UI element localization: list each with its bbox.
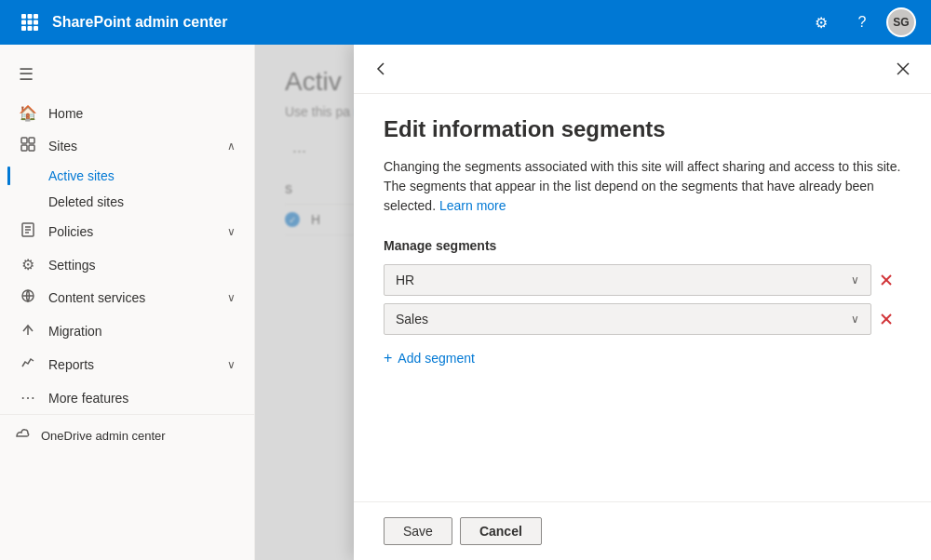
segment-row-hr: HR ∨ — [384, 264, 901, 296]
svg-rect-5 — [34, 20, 38, 25]
plus-icon: + — [384, 350, 392, 367]
grid-icon[interactable] — [15, 7, 45, 37]
learn-more-link[interactable]: Learn more — [439, 198, 506, 213]
segment-hr-remove-button[interactable] — [871, 269, 901, 291]
add-segment-button[interactable]: + Add segment — [384, 342, 475, 374]
panel-nav — [354, 45, 931, 94]
sidebar: ☰ 🏠 Home Sites ∧ Active sites Deleted si… — [0, 45, 255, 560]
sidebar-item-deleted-sites[interactable]: Deleted sites — [4, 189, 250, 215]
content-chevron: ∨ — [227, 291, 236, 304]
sidebar-reports-label: Reports — [48, 357, 227, 372]
sidebar-item-content-services[interactable]: Content services ∨ — [4, 281, 250, 314]
sidebar-item-policies[interactable]: Policies ∨ — [4, 215, 250, 248]
svg-rect-2 — [34, 14, 38, 19]
panel-footer: Save Cancel — [354, 501, 931, 560]
reports-icon — [19, 355, 37, 374]
svg-rect-12 — [29, 145, 34, 151]
settings-nav-icon: ⚙ — [19, 256, 37, 273]
main-layout: ☰ 🏠 Home Sites ∧ Active sites Deleted si… — [0, 45, 931, 560]
svg-rect-8 — [34, 26, 38, 31]
sidebar-policies-label: Policies — [48, 224, 227, 239]
sales-dropdown-chevron: ∨ — [851, 313, 859, 326]
content-area: Activ Use this pa more ... S H — [255, 45, 931, 560]
sidebar-toggle[interactable]: ☰ — [7, 56, 45, 93]
add-segment-label: Add segment — [398, 351, 475, 366]
panel-body: Edit information segments Changing the s… — [354, 94, 931, 501]
top-bar: SharePoint admin center ⚙ ? SG — [0, 0, 931, 45]
policies-chevron: ∨ — [227, 225, 236, 238]
sidebar-item-sites[interactable]: Sites ∧ — [4, 129, 250, 163]
manage-segments-title: Manage segments — [384, 238, 901, 253]
segment-sales-value: Sales — [396, 312, 428, 327]
sidebar-more-label: More features — [48, 391, 236, 406]
sidebar-item-settings[interactable]: ⚙ Settings — [4, 248, 250, 281]
sidebar-home-label: Home — [48, 106, 236, 121]
sites-chevron: ∧ — [227, 140, 236, 153]
segment-row-sales: Sales ∨ — [384, 303, 901, 335]
sidebar-item-home[interactable]: 🏠 Home — [4, 97, 250, 129]
hr-dropdown-chevron: ∨ — [851, 273, 859, 287]
sidebar-item-reports[interactable]: Reports ∨ — [4, 348, 250, 381]
top-bar-actions: ⚙ ? SG — [804, 6, 916, 39]
active-sites-label: Active sites — [48, 168, 115, 183]
panel-description: Changing the segments associated with th… — [384, 157, 901, 216]
sites-icon — [19, 137, 37, 155]
svg-rect-6 — [21, 26, 26, 31]
segment-dropdown-hr[interactable]: HR ∨ — [384, 264, 871, 296]
user-avatar[interactable]: SG — [886, 7, 916, 37]
home-icon: 🏠 — [19, 104, 37, 122]
sidebar-settings-label: Settings — [48, 258, 236, 273]
onedrive-admin-label: OneDrive admin center — [41, 429, 166, 443]
sidebar-item-active-sites[interactable]: Active sites — [4, 163, 250, 189]
more-features-icon: ⋯ — [19, 389, 37, 407]
save-button[interactable]: Save — [384, 517, 452, 545]
sidebar-item-more-features[interactable]: ⋯ More features — [4, 381, 250, 414]
panel-back-button[interactable] — [369, 56, 395, 82]
reports-chevron: ∨ — [227, 358, 236, 371]
cancel-button[interactable]: Cancel — [460, 517, 542, 545]
svg-rect-1 — [28, 14, 33, 19]
panel-close-button[interactable] — [890, 56, 916, 82]
segment-dropdown-sales[interactable]: Sales ∨ — [384, 303, 871, 335]
svg-rect-10 — [29, 138, 34, 143]
sidebar-sites-label: Sites — [48, 139, 227, 153]
svg-rect-3 — [21, 20, 26, 25]
deleted-sites-label: Deleted sites — [48, 194, 124, 209]
svg-rect-11 — [21, 145, 27, 151]
settings-button[interactable]: ⚙ — [804, 6, 838, 39]
segment-sales-remove-button[interactable] — [871, 308, 901, 330]
sidebar-item-migration[interactable]: Migration — [4, 314, 250, 348]
app-title: SharePoint admin center — [52, 14, 804, 31]
svg-rect-4 — [28, 20, 33, 25]
onedrive-icon — [15, 426, 30, 445]
help-button[interactable]: ? — [845, 6, 879, 39]
sidebar-content-label: Content services — [48, 290, 227, 305]
sidebar-migration-label: Migration — [48, 324, 236, 339]
onedrive-admin-link[interactable]: OneDrive admin center — [0, 414, 254, 456]
content-services-icon — [19, 288, 37, 307]
segment-hr-value: HR — [396, 273, 414, 287]
svg-rect-0 — [21, 14, 26, 19]
edit-panel: Edit information segments Changing the s… — [354, 45, 931, 560]
panel-title: Edit information segments — [384, 116, 901, 142]
migration-icon — [19, 322, 37, 340]
manage-segments-section: Manage segments HR ∨ — [384, 238, 901, 374]
svg-rect-9 — [21, 138, 27, 143]
panel-overlay: Edit information segments Changing the s… — [255, 45, 931, 560]
policies-icon — [19, 222, 37, 241]
svg-rect-7 — [28, 26, 33, 31]
